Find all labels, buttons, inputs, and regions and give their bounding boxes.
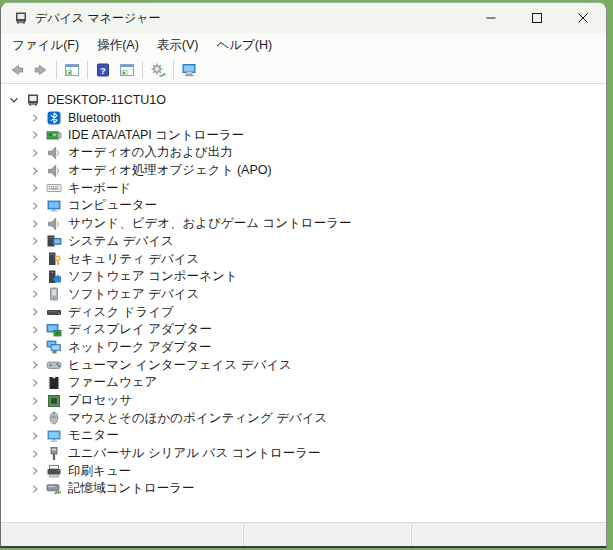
processor-icon <box>46 393 62 409</box>
chevron-right-icon[interactable] <box>28 304 42 320</box>
software-device-icon <box>46 286 62 302</box>
computer-monitor-icon <box>46 198 62 214</box>
tree-item-11[interactable]: ソフトウェア デバイス <box>1 286 606 304</box>
printer-icon <box>46 463 62 479</box>
forward-button[interactable] <box>29 59 53 81</box>
tree-item-22[interactable]: 記憶域コントローラー <box>1 480 606 498</box>
keyboard-icon <box>46 180 62 196</box>
chevron-right-icon[interactable] <box>28 180 42 196</box>
statusbar-section-2 <box>244 523 412 546</box>
speaker-icon <box>46 216 62 232</box>
tree-item-label: モニター <box>68 427 119 444</box>
device-manager-app-icon <box>13 10 29 26</box>
action-pane-button[interactable] <box>115 59 139 81</box>
menu-item-action[interactable]: 操作(A) <box>88 34 148 57</box>
chevron-right-icon[interactable] <box>28 410 42 426</box>
chevron-right-icon[interactable] <box>28 286 42 302</box>
keyboard-icon <box>46 180 62 196</box>
tree-item-label: ディスク ドライブ <box>68 304 174 321</box>
back-button[interactable] <box>5 59 29 81</box>
chevron-right-icon[interactable] <box>28 393 42 409</box>
tree-item-10[interactable]: ソフトウェア コンポーネント <box>1 268 606 286</box>
tree-item-18[interactable]: マウスとそのほかのポインティング デバイス <box>1 409 606 427</box>
device-view-button[interactable] <box>177 59 201 81</box>
software-component-icon <box>46 269 62 285</box>
chevron-right-icon[interactable] <box>28 357 42 373</box>
minimize-button[interactable] <box>468 3 514 33</box>
device-manager-window: デバイス マネージャー ファイル(F)操作(A)表示(V)ヘルプ(H) ? DE… <box>0 2 607 548</box>
tree-item-label: プロセッサ <box>68 392 132 409</box>
security-device-icon <box>46 251 62 267</box>
tree-item-label: キーボード <box>68 180 131 197</box>
tree-item-17[interactable]: プロセッサ <box>1 392 606 410</box>
software-component-icon <box>46 269 62 285</box>
tree-item-19[interactable]: モニター <box>1 427 606 445</box>
hid-icon <box>46 357 62 373</box>
tree-item-5[interactable]: キーボード <box>1 179 606 197</box>
tree-item-label: ユニバーサル シリアル バス コントローラー <box>68 445 321 462</box>
tree-item-8[interactable]: システム デバイス <box>1 233 606 251</box>
speaker-icon <box>46 145 62 161</box>
chevron-right-icon[interactable] <box>28 233 42 249</box>
display-adapter-icon <box>46 322 62 338</box>
tree-item-label: システム デバイス <box>68 233 174 250</box>
chevron-right-icon[interactable] <box>28 127 42 143</box>
tree-item-label: DESKTOP-11CTU1O <box>47 93 166 107</box>
chevron-right-icon[interactable] <box>28 251 42 267</box>
tree-item-9[interactable]: セキュリティ デバイス <box>1 250 606 268</box>
menu-item-file[interactable]: ファイル(F) <box>3 34 88 57</box>
menu-item-help[interactable]: ヘルプ(H) <box>207 34 281 57</box>
window-title: デバイス マネージャー <box>35 10 161 27</box>
scan-hardware-changes-button[interactable] <box>146 59 170 81</box>
tree-item-3[interactable]: オーディオの入力および出力 <box>1 144 606 162</box>
tree-item-12[interactable]: ディスク ドライブ <box>1 303 606 321</box>
tree-item-21[interactable]: 印刷キュー <box>1 462 606 480</box>
chevron-right-icon[interactable] <box>28 216 42 232</box>
tree-item-14[interactable]: ネットワーク アダプター <box>1 339 606 357</box>
tree-item-label: ファームウェア <box>68 374 157 391</box>
chevron-right-icon[interactable] <box>28 322 42 338</box>
arrow-right-icon <box>33 62 49 78</box>
tree-item-root[interactable]: DESKTOP-11CTU1O <box>1 91 606 109</box>
chevron-right-icon[interactable] <box>28 110 42 126</box>
tree-item-label: IDE ATA/ATAPI コントローラー <box>68 127 244 144</box>
speaker-icon <box>46 163 62 179</box>
chevron-right-icon[interactable] <box>28 428 42 444</box>
chevron-down-icon[interactable] <box>7 92 21 108</box>
chevron-right-icon[interactable] <box>28 339 42 355</box>
tree-item-7[interactable]: サウンド、ビデオ、およびゲーム コントローラー <box>1 215 606 233</box>
arrow-left-icon <box>9 62 25 78</box>
console-tree-icon <box>64 62 80 78</box>
menubar: ファイル(F)操作(A)表示(V)ヘルプ(H) <box>1 33 606 57</box>
tree-item-1[interactable]: Bluetooth <box>1 109 606 127</box>
maximize-button[interactable] <box>514 3 560 33</box>
help-button[interactable]: ? <box>91 59 115 81</box>
titlebar: デバイス マネージャー <box>1 3 606 33</box>
tree-item-2[interactable]: IDE ATA/ATAPI コントローラー <box>1 126 606 144</box>
firmware-icon <box>46 375 62 391</box>
svg-text:?: ? <box>100 65 106 76</box>
chevron-right-icon[interactable] <box>28 375 42 391</box>
monitor-icon <box>46 428 62 444</box>
bluetooth-icon <box>46 110 62 126</box>
tree-item-20[interactable]: ユニバーサル シリアル バス コントローラー <box>1 445 606 463</box>
usb-icon <box>46 446 62 462</box>
chevron-right-icon[interactable] <box>28 446 42 462</box>
tree-item-15[interactable]: ヒューマン インターフェイス デバイス <box>1 356 606 374</box>
chevron-right-icon[interactable] <box>28 481 42 497</box>
tree-item-6[interactable]: コンピューター <box>1 197 606 215</box>
mouse-icon <box>46 410 62 426</box>
toolbar: ? <box>1 57 606 84</box>
tree-item-4[interactable]: オーディオ処理オブジェクト (APO) <box>1 162 606 180</box>
chevron-right-icon[interactable] <box>28 269 42 285</box>
tree-item-16[interactable]: ファームウェア <box>1 374 606 392</box>
show-console-tree-button[interactable] <box>60 59 84 81</box>
chevron-right-icon[interactable] <box>28 198 42 214</box>
chevron-right-icon[interactable] <box>28 163 42 179</box>
toolbar-separator <box>142 61 143 79</box>
chevron-right-icon[interactable] <box>28 145 42 161</box>
chevron-right-icon[interactable] <box>28 463 42 479</box>
menu-item-view[interactable]: 表示(V) <box>148 34 208 57</box>
close-button[interactable] <box>560 3 606 33</box>
tree-item-13[interactable]: ディスプレイ アダプター <box>1 321 606 339</box>
